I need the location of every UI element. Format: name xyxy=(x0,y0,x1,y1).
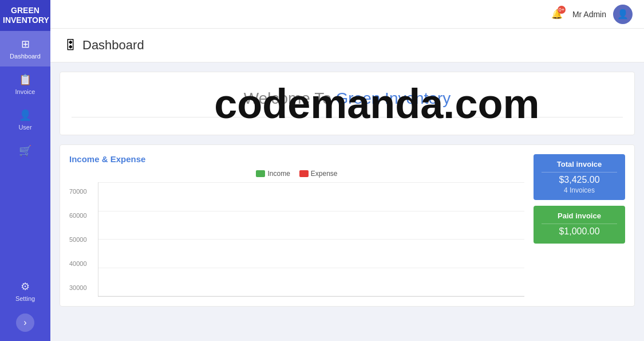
app-logo: GREEN INVENTORY xyxy=(0,0,50,31)
welcome-text: Welcome To Green Inventory xyxy=(72,89,623,108)
welcome-card: Welcome To Green Inventory xyxy=(60,72,635,135)
notification-badge: 0+ xyxy=(558,6,566,14)
sidebar-item-user[interactable]: 👤 User xyxy=(0,102,50,138)
sidebar-expand-button[interactable]: › xyxy=(16,313,34,332)
total-invoice-title: Total invoice xyxy=(542,160,617,168)
chart-title: Income & Expense xyxy=(69,154,524,164)
user-icon: 👤 xyxy=(19,109,31,121)
setting-icon: ⚙ xyxy=(21,280,30,293)
invoice-icon: 📋 xyxy=(19,73,31,86)
total-invoice-sub: 4 Invoices xyxy=(542,186,617,194)
chart-grid xyxy=(98,182,524,297)
dashboard-header-icon: 🎛 xyxy=(64,38,77,53)
page-content: 🎛 Dashboard Welcome To Green Inventory c… xyxy=(50,29,644,341)
paid-invoice-card: Paid invoice $1,000.00 xyxy=(534,206,625,244)
avatar: 👤 xyxy=(613,5,633,24)
chart-area: Income & Expense Income Expense 30000 40… xyxy=(69,154,524,297)
sidebar-item-setting[interactable]: ⚙ Setting xyxy=(0,273,50,309)
sidebar-item-dashboard[interactable]: ⊞ Dashboard xyxy=(0,31,50,66)
total-invoice-amount: $3,425.00 xyxy=(542,175,617,185)
sidebar-item-cart[interactable]: 🛒 xyxy=(0,138,50,164)
chart-body xyxy=(98,182,524,297)
bar-chart: 30000 40000 50000 60000 70000 xyxy=(69,182,524,297)
notification-button[interactable]: 🔔 0+ xyxy=(548,6,566,23)
expense-legend-color xyxy=(299,170,309,177)
income-legend-color xyxy=(256,170,265,177)
cart-icon: 🛒 xyxy=(19,144,31,157)
user-name: Mr Admin xyxy=(572,10,606,19)
paid-invoice-title: Paid invoice xyxy=(542,211,617,220)
income-legend: Income xyxy=(256,170,290,178)
dashboard-header: 🎛 Dashboard xyxy=(50,29,644,62)
y-axis: 30000 40000 50000 60000 70000 xyxy=(69,188,98,291)
page-title: Dashboard xyxy=(82,38,144,53)
stats-panel: Total invoice $3,425.00 4 Invoices Paid … xyxy=(534,154,625,297)
total-invoice-card: Total invoice $3,425.00 4 Invoices xyxy=(534,154,625,200)
topbar: 🔔 0+ Mr Admin 👤 xyxy=(50,0,644,29)
sidebar-item-invoice[interactable]: 📋 Invoice xyxy=(0,66,50,102)
bars-container xyxy=(98,182,524,296)
chart-legend: Income Expense xyxy=(69,170,524,178)
sidebar: GREEN INVENTORY ⊞ Dashboard 📋 Invoice 👤 … xyxy=(0,0,50,341)
main-content: 🔔 0+ Mr Admin 👤 🎛 Dashboard Welcome To G… xyxy=(50,0,644,341)
dashboard-icon: ⊞ xyxy=(21,38,30,50)
chart-section: Income & Expense Income Expense 30000 40… xyxy=(60,144,635,307)
paid-invoice-amount: $1,000.00 xyxy=(542,226,617,237)
expense-legend: Expense xyxy=(299,170,338,178)
